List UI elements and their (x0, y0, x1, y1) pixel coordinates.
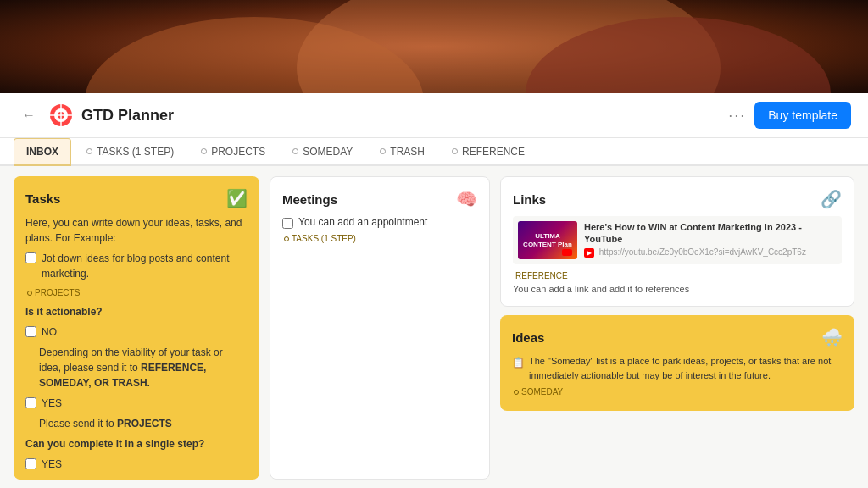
single-step-heading: Can you complete it in a single step? (25, 436, 248, 452)
back-button[interactable]: ← (17, 106, 41, 125)
tasks-title: Tasks (25, 191, 60, 206)
tab-reference-dot (452, 148, 458, 154)
links-card: Links 🔗 ULTIMA CONTENT Plan Here's How t… (500, 176, 854, 307)
page-title: GTD Planner (81, 107, 720, 125)
tag-projects: PROJECTS (35, 286, 80, 299)
main-content: Tasks ✅ Here, you can write down your id… (0, 166, 868, 488)
link-description: You can add a link and add it to referen… (513, 284, 842, 294)
ideas-title: Ideas (512, 330, 544, 345)
tab-projects-dot (201, 148, 207, 154)
meetings-icon: 🧠 (456, 189, 477, 209)
tab-trash-dot (380, 148, 386, 154)
meetings-title: Meetings (282, 192, 337, 207)
links-icon: 🔗 (821, 189, 842, 209)
links-title: Links (513, 192, 546, 207)
ideas-icon: 🌨️ (821, 327, 843, 347)
more-options-button[interactable]: ··· (728, 107, 746, 125)
checkbox-yes2[interactable] (25, 458, 36, 469)
meeting-item-label: You can add an appointment (298, 216, 427, 228)
tab-someday-label: SOMEDAY (303, 146, 353, 158)
tasks-body: Here, you can write down your ideas, tas… (25, 215, 248, 480)
tab-reference-label: REFERENCE (462, 146, 525, 158)
ideas-item-icon: 📋 (512, 355, 525, 370)
tab-trash-label: TRASH (390, 146, 425, 158)
ideas-item-text: The "Someday" list is a place to park id… (529, 354, 843, 382)
tab-trash[interactable]: TRASH (368, 139, 437, 166)
tab-someday-dot (292, 148, 298, 154)
tab-tasks-dot (86, 148, 92, 154)
video-thumbnail: ULTIMA CONTENT Plan (518, 221, 577, 259)
checkbox-no[interactable] (25, 326, 36, 337)
meeting-tag: TASKS (1 STEP) (292, 234, 356, 243)
checkbox-blog-label: Jot down ideas for blog posts and conten… (42, 251, 248, 281)
yes2-desc: Please send it to TASKS (39, 477, 248, 480)
tab-inbox-label: INBOX (26, 146, 58, 158)
buy-template-button[interactable]: Buy template (754, 102, 851, 129)
is-actionable-heading: Is it actionable? (25, 304, 248, 319)
right-column: Links 🔗 ULTIMA CONTENT Plan Here's How t… (500, 176, 854, 480)
no-label: NO (42, 324, 57, 340)
gtd-logo-icon (49, 103, 73, 127)
yes-label: YES (42, 396, 62, 411)
link-info: Here's How to WIN at Content Marketing i… (584, 221, 837, 258)
tab-projects-label: PROJECTS (211, 146, 265, 158)
yes2-label: YES (42, 457, 62, 472)
checkbox-blog[interactable] (25, 252, 36, 263)
tab-tasks[interactable]: TASKS (1 STEP) (75, 139, 186, 166)
no-desc: Depending on the viability of your task … (39, 345, 248, 391)
tab-tasks-label: TASKS (1 STEP) (97, 146, 174, 158)
link-video-block: ULTIMA CONTENT Plan Here's How to WIN at… (513, 216, 842, 264)
hero-image (0, 0, 868, 93)
tab-projects[interactable]: PROJECTS (189, 139, 277, 166)
checkbox-yes[interactable] (25, 397, 36, 408)
link-url-text: https://youtu.be/Ze0y0bOeX1c?si=dvjAwKV_… (599, 247, 806, 257)
meeting-checkbox[interactable] (282, 218, 293, 229)
meetings-card: Meetings 🧠 You can add an appointment TA… (270, 176, 490, 480)
tasks-icon: ✅ (226, 188, 248, 208)
tab-reference[interactable]: REFERENCE (440, 139, 537, 166)
tab-someday[interactable]: SOMEDAY (281, 139, 364, 166)
ideas-card: Ideas 🌨️ 📋 The "Someday" list is a place… (500, 315, 854, 411)
youtube-icon: ▶ (584, 248, 594, 258)
tab-inbox[interactable]: INBOX (14, 138, 71, 166)
tabs-bar: INBOX TASKS (1 STEP) PROJECTS SOMEDAY TR… (0, 138, 868, 166)
ref-label-text: REFERENCE (515, 271, 568, 280)
yes-desc: Please send it to PROJECTS (39, 416, 248, 431)
link-title: Here's How to WIN at Content Marketing i… (584, 221, 837, 246)
tasks-card: Tasks ✅ Here, you can write down your id… (14, 176, 259, 480)
header: ← GTD Planner ··· Buy template (0, 93, 868, 138)
ideas-tag: SOMEDAY (521, 387, 563, 396)
